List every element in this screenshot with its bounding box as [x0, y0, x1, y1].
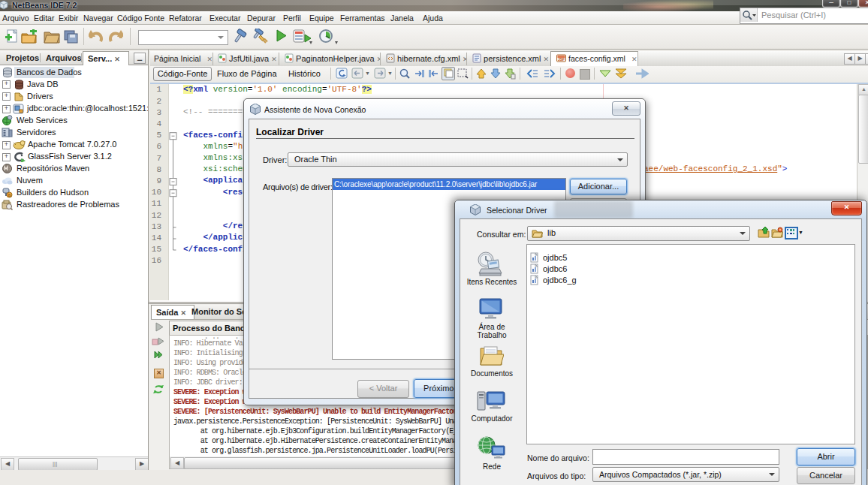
svg-text:JSF: JSF [558, 57, 565, 62]
